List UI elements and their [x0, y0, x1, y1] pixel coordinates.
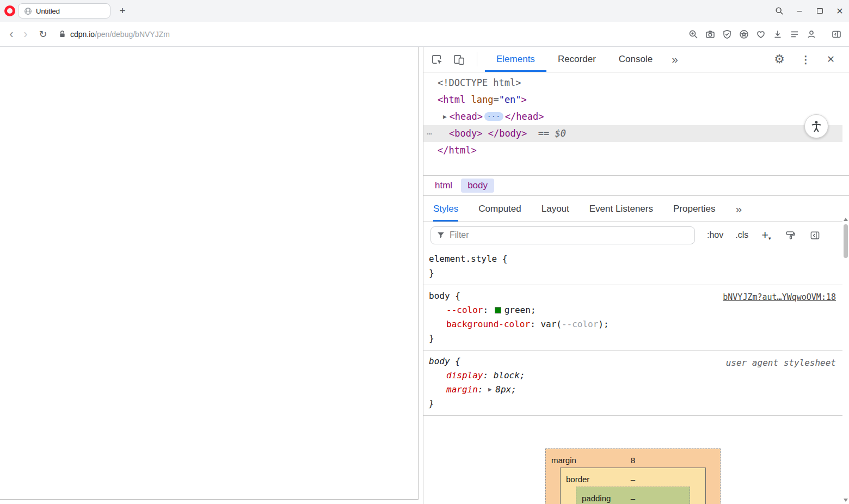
devtools-menu-icon[interactable]: ⋮	[801, 53, 811, 66]
maximize-button[interactable]	[815, 6, 825, 16]
globe-icon	[24, 7, 32, 15]
computed-sidebar-toggle-icon[interactable]	[810, 230, 820, 241]
expand-arrow-icon[interactable]: ▶	[443, 113, 447, 120]
margin-top-value[interactable]: 8	[546, 453, 720, 468]
rendering-emulation-icon[interactable]	[785, 230, 796, 241]
css-declaration-background-color[interactable]: background-color: var(--color);	[429, 317, 842, 331]
toggle-hover-state-button[interactable]: :hov	[707, 230, 723, 240]
box-model-margin[interactable]: margin 8 border – padding –	[545, 448, 721, 504]
reading-list-icon[interactable]	[790, 29, 799, 39]
download-icon[interactable]	[773, 29, 783, 39]
minimize-button[interactable]: –	[795, 6, 804, 16]
browser-window: Untitled + – ✕ ‹ › ↻ cd	[0, 0, 849, 504]
dom-row-html-open[interactable]: <html lang="en">	[423, 91, 842, 108]
tab-layout[interactable]: Layout	[542, 196, 569, 222]
breadcrumb-body[interactable]: body	[461, 179, 494, 193]
tab-properties[interactable]: Properties	[673, 196, 715, 222]
new-style-rule-button[interactable]: +▾	[761, 228, 771, 242]
back-button[interactable]: ‹	[4, 28, 19, 40]
tab-search-icon[interactable]	[774, 6, 784, 16]
breadcrumb-html[interactable]: html	[432, 179, 456, 193]
css-close-brace[interactable]: }	[429, 266, 842, 280]
css-declaration-display[interactable]: display: block;	[429, 368, 842, 383]
url-path: /pen/debug/bNVYJZm	[95, 30, 170, 39]
toggle-class-button[interactable]: .cls	[735, 230, 748, 240]
url-field[interactable]: cdpn.io/pen/debug/bNVYJZm	[59, 30, 170, 39]
box-model-border[interactable]: border – padding –	[560, 468, 706, 504]
browser-tab[interactable]: Untitled	[18, 3, 110, 19]
css-rule-body-user-agent: user agent stylesheet body { display: bl…	[423, 351, 842, 416]
css-close-brace[interactable]: }	[429, 331, 842, 346]
padding-top-value[interactable]: –	[576, 491, 690, 504]
devtools-tab-recorder[interactable]: Recorder	[546, 47, 607, 72]
dom-row-body-selected[interactable]: ⋯<body> </body> == $0	[423, 125, 842, 142]
more-style-tabs-icon[interactable]: »	[735, 196, 742, 222]
forward-button[interactable]: ›	[19, 28, 33, 40]
user-agent-stylesheet-label: user agent stylesheet	[726, 356, 836, 370]
box-model-diagram: margin 8 border – padding –	[545, 448, 721, 504]
new-tab-button[interactable]: +	[115, 4, 130, 18]
dom-row-html-close[interactable]: </html>	[423, 142, 842, 159]
css-rule-element-style: element.style { }	[423, 248, 842, 285]
scrollbar-thumb[interactable]	[844, 224, 848, 258]
dom-tree: <!DOCTYPE html> <html lang="en"> ▶<head>…	[423, 72, 849, 175]
breadcrumb: html body	[423, 175, 849, 196]
tab-styles[interactable]: Styles	[433, 196, 458, 222]
accessibility-person-icon	[810, 120, 823, 133]
settings-gear-icon[interactable]: ⚙	[774, 52, 785, 66]
stylesheet-source-link[interactable]: bNVYJZm?aut…YWqwoOVM:18	[723, 290, 836, 304]
opera-logo-icon[interactable]	[4, 5, 15, 16]
page-zoom-icon[interactable]	[688, 29, 698, 39]
devtools-toolbar: Elements Recorder Console » ⚙ ⋮ ✕	[423, 47, 849, 72]
star-badge-icon[interactable]	[739, 29, 749, 39]
funnel-icon	[436, 231, 445, 239]
scroll-down-icon[interactable]	[844, 499, 848, 502]
filter-input[interactable]	[450, 230, 689, 240]
device-toolbar-icon[interactable]	[451, 47, 467, 72]
heart-icon[interactable]	[756, 29, 766, 39]
reload-button[interactable]: ↻	[36, 29, 50, 39]
filter-field[interactable]	[430, 226, 695, 244]
tab-title: Untitled	[36, 7, 60, 15]
tab-bar: Untitled + – ✕	[0, 0, 849, 22]
more-tabs-icon[interactable]: »	[672, 47, 678, 72]
devtools-panel: Elements Recorder Console » ⚙ ⋮ ✕ <!DOCT…	[423, 47, 849, 504]
styles-filter-bar: :hov .cls +▾	[423, 222, 849, 248]
url-domain: cdpn.io	[70, 30, 95, 39]
scroll-up-icon[interactable]	[844, 218, 848, 221]
address-bar: ‹ › ↻ cdpn.io/pen/debug/bNVYJZm	[0, 22, 849, 47]
sidebar-panel-icon[interactable]	[832, 29, 841, 39]
devtools-tab-elements[interactable]: Elements	[485, 47, 546, 72]
devtools-close-icon[interactable]: ✕	[827, 53, 835, 65]
inspect-element-icon[interactable]	[429, 47, 445, 72]
dom-row-doctype[interactable]: <!DOCTYPE html>	[423, 75, 842, 91]
styles-pane: element.style { } bNVYJZm?aut…YWqwoOVM:1…	[423, 248, 849, 504]
row-menu-icon[interactable]: ⋯	[427, 125, 432, 142]
window-close-button[interactable]: ✕	[835, 6, 845, 16]
css-close-brace[interactable]: }	[429, 397, 842, 411]
border-top-value[interactable]: –	[561, 472, 705, 487]
styles-pane-tabs: Styles Computed Layout Event Listeners P…	[423, 196, 849, 222]
css-rule-body-authored: bNVYJZm?aut…YWqwoOVM:18 body { --color: …	[423, 285, 842, 351]
styles-scrollbar[interactable]	[842, 216, 849, 504]
css-selector[interactable]: element.style {	[429, 252, 842, 266]
box-model-padding[interactable]: padding –	[576, 487, 690, 504]
devtools-tab-console[interactable]: Console	[607, 47, 664, 72]
snapshot-camera-icon[interactable]	[705, 29, 715, 39]
dom-row-head[interactable]: ▶<head>···</head>	[423, 108, 842, 125]
shield-check-icon[interactable]	[722, 29, 732, 39]
tab-computed[interactable]: Computed	[478, 196, 521, 222]
profile-icon[interactable]	[807, 29, 816, 39]
lock-icon	[59, 30, 66, 38]
page-viewport[interactable]	[0, 47, 419, 500]
css-declaration-margin[interactable]: margin: ▶ 8px;	[429, 383, 842, 397]
tab-event-listeners[interactable]: Event Listeners	[589, 196, 653, 222]
css-declaration-color[interactable]: --color: green;	[429, 303, 842, 317]
accessibility-button[interactable]	[804, 114, 828, 138]
